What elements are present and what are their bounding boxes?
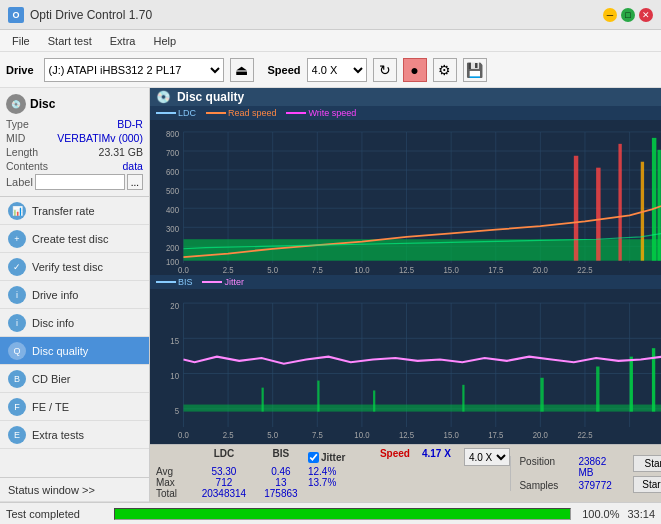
jitter-checkbox[interactable] <box>308 452 319 463</box>
menu-file[interactable]: File <box>4 33 38 49</box>
action-buttons: Start full Start part <box>633 455 661 493</box>
svg-rect-22 <box>596 168 600 261</box>
sidebar-item-fe-te[interactable]: F FE / TE <box>0 393 149 421</box>
sidebar-item-cd-bier[interactable]: B CD Bier <box>0 365 149 393</box>
sidebar-item-transfer-rate[interactable]: 📊 Transfer rate <box>0 197 149 225</box>
svg-text:12.5: 12.5 <box>399 429 414 440</box>
svg-text:22.5: 22.5 <box>577 429 592 440</box>
burn-button[interactable]: ● <box>403 58 427 82</box>
svg-rect-72 <box>183 405 661 412</box>
refresh-button[interactable]: ↻ <box>373 58 397 82</box>
menu-extra[interactable]: Extra <box>102 33 144 49</box>
legend-jitter: Jitter <box>224 277 244 287</box>
stats-max-label: Max <box>156 477 192 488</box>
svg-text:10.0: 10.0 <box>354 429 369 440</box>
samples-value: 379772 <box>578 480 611 491</box>
sidebar-item-disc-quality[interactable]: Q Disc quality <box>0 337 149 365</box>
main-content: 💿 Disc Type BD-R MID VERBATIMv (000) Len… <box>0 88 661 502</box>
toolbar: Drive (J:) ATAPI iHBS312 2 PL17 ⏏ Speed … <box>0 52 661 88</box>
fe-te-icon: F <box>8 398 26 416</box>
settings-button[interactable]: ⚙ <box>433 58 457 82</box>
disc-label-button[interactable]: ... <box>127 174 143 190</box>
start-full-button[interactable]: Start full <box>633 455 661 472</box>
position-value: 23862 MB <box>578 456 621 478</box>
svg-text:300: 300 <box>166 225 180 234</box>
stats-header-row: LDC BIS Jitter Speed 4.17 X 4.0 X <box>154 448 507 466</box>
svg-rect-78 <box>596 367 599 412</box>
sidebar-item-fe-te-label: FE / TE <box>32 401 69 413</box>
close-button[interactable]: ✕ <box>639 8 653 22</box>
menu-help[interactable]: Help <box>145 33 184 49</box>
legend-bis: BIS <box>178 277 193 287</box>
sidebar-item-extra-tests[interactable]: E Extra tests <box>0 421 149 449</box>
disc-label-input[interactable] <box>35 174 125 190</box>
stats-max-ldc: 712 <box>194 477 254 488</box>
position-label: Position <box>519 456 574 478</box>
svg-rect-26 <box>657 150 660 261</box>
sidebar-item-transfer-rate-label: Transfer rate <box>32 205 95 217</box>
sidebar-item-drive-info-label: Drive info <box>32 289 78 301</box>
svg-text:2.5: 2.5 <box>223 265 234 274</box>
stats-header-empty <box>156 448 192 466</box>
samples-row: Samples 379772 <box>519 480 621 491</box>
stats-max-jitter: 13.7% <box>308 477 378 488</box>
disc-contents-row: Contents data <box>6 160 143 172</box>
position-row: Position 23862 MB <box>519 456 621 478</box>
stats-header-ldc: LDC <box>194 448 254 466</box>
sidebar-item-verify-label: Verify test disc <box>32 261 103 273</box>
svg-text:7.5: 7.5 <box>312 265 323 274</box>
drive-select[interactable]: (J:) ATAPI iHBS312 2 PL17 <box>44 58 224 82</box>
stats-speed-label: Speed <box>380 448 420 466</box>
stats-header-jitter: Jitter <box>321 452 345 463</box>
sidebar-item-drive-info[interactable]: i Drive info <box>0 281 149 309</box>
disc-type-label: Type <box>6 118 29 130</box>
save-button[interactable]: 💾 <box>463 58 487 82</box>
svg-text:17.5: 17.5 <box>488 265 504 274</box>
svg-rect-55 <box>150 289 661 444</box>
sidebar-item-create-test-disc[interactable]: + Create test disc <box>0 225 149 253</box>
sidebar: 💿 Disc Type BD-R MID VERBATIMv (000) Len… <box>0 88 150 502</box>
status-window-button[interactable]: Status window >> <box>0 478 149 502</box>
drive-label: Drive <box>6 64 34 76</box>
svg-text:200: 200 <box>166 244 180 253</box>
progress-bar-fill <box>115 509 570 519</box>
stats-speed-value: 4.17 X <box>422 448 462 466</box>
stats-total-label: Total <box>156 488 192 499</box>
title-bar-left: O Opti Drive Control 1.70 <box>8 7 152 23</box>
svg-text:15.0: 15.0 <box>443 429 458 440</box>
progress-percentage: 100.0% <box>579 508 619 520</box>
svg-rect-73 <box>261 388 263 412</box>
sidebar-status: Status window >> <box>0 477 149 502</box>
bottom-chart-svg: 20 15 10 5 0.0 2.5 5.0 7.5 10.0 12.5 15.… <box>150 289 661 444</box>
speed-select[interactable]: 4.0 X <box>307 58 367 82</box>
bottom-chart-legend: BIS Jitter <box>150 275 661 289</box>
minimize-button[interactable]: ─ <box>603 8 617 22</box>
status-text: Test completed <box>6 508 106 520</box>
legend-write-speed: Write speed <box>308 108 356 118</box>
svg-text:17.5: 17.5 <box>488 429 503 440</box>
top-chart-container: LDC Read speed Write speed <box>150 106 661 275</box>
svg-text:20.0: 20.0 <box>533 429 548 440</box>
maximize-button[interactable]: □ <box>621 8 635 22</box>
disc-mid-row: MID VERBATIMv (000) <box>6 132 143 144</box>
progress-bar <box>114 508 571 520</box>
svg-text:12.5: 12.5 <box>399 265 415 274</box>
app-icon: O <box>8 7 24 23</box>
stats-speed-select[interactable]: 4.0 X <box>464 448 510 466</box>
eject-button[interactable]: ⏏ <box>230 58 254 82</box>
menu-start-test[interactable]: Start test <box>40 33 100 49</box>
sidebar-item-create-label: Create test disc <box>32 233 108 245</box>
svg-text:400: 400 <box>166 206 180 215</box>
sidebar-item-disc-quality-label: Disc quality <box>32 345 88 357</box>
disc-header: 💿 Disc <box>6 94 143 114</box>
window-controls[interactable]: ─ □ ✕ <box>603 8 653 22</box>
svg-text:500: 500 <box>166 187 180 196</box>
stats-bar: LDC BIS Jitter Speed 4.17 X 4.0 X Avg <box>150 444 661 502</box>
top-chart-legend: LDC Read speed Write speed <box>150 106 661 120</box>
sidebar-item-disc-info[interactable]: i Disc info <box>0 309 149 337</box>
sidebar-item-verify-test-disc[interactable]: ✓ Verify test disc <box>0 253 149 281</box>
start-part-button[interactable]: Start part <box>633 476 661 493</box>
content-area: 💿 Disc quality LDC Read speed <box>150 88 661 502</box>
stats-avg-bis: 0.46 <box>256 466 306 477</box>
svg-text:7.5: 7.5 <box>312 429 323 440</box>
